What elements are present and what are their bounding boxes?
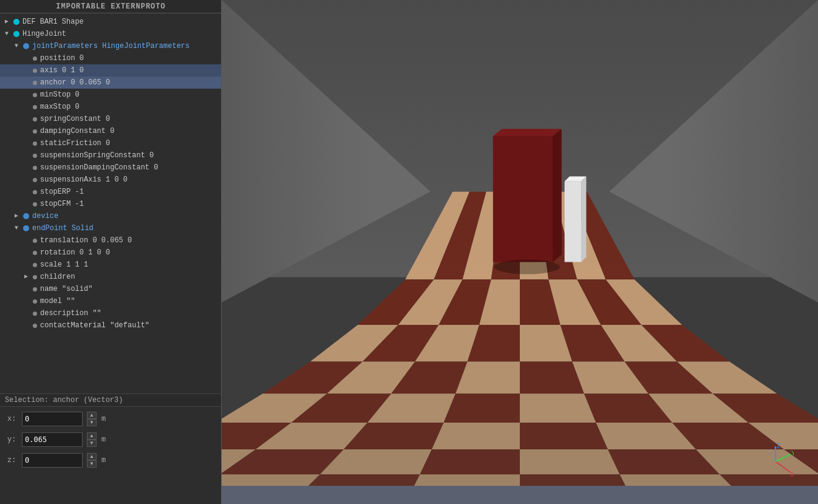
prop-dot (33, 129, 37, 134)
item-label: children (40, 273, 75, 281)
main-layout: IMPORTABLE EXTERNPROTO ▶ DEF BAR1 Shape … (0, 0, 818, 504)
svg-text:Z: Z (777, 443, 780, 449)
y-unit: m (101, 435, 106, 444)
z-spinner-down[interactable]: ▼ (87, 460, 97, 468)
x-unit: m (101, 415, 106, 423)
prop-dot (33, 202, 37, 206)
tree-item-hinge-joint[interactable]: ▼ HingeJoint (0, 28, 221, 40)
item-label: maxStop 0 (40, 103, 80, 111)
x-input[interactable] (22, 412, 83, 426)
prop-dot (33, 117, 37, 121)
item-label: staticFriction 0 (40, 139, 110, 148)
y-spinner-down[interactable]: ▼ (87, 440, 97, 447)
x-spinner: ▲ ▼ (87, 412, 97, 426)
tree-item-translation[interactable]: translation 0 0.065 0 (0, 234, 221, 247)
prop-dot (33, 141, 37, 146)
node-icon (23, 225, 29, 231)
tree-item-children[interactable]: ▶ children (0, 271, 221, 283)
z-label: z: (7, 456, 17, 465)
tree-item-minstop[interactable]: minStop 0 (0, 89, 221, 101)
tree-item-axis[interactable]: axis 0 1 0 (0, 64, 221, 77)
node-icon (13, 31, 19, 37)
y-label: y: (7, 435, 17, 444)
item-label: name "solid" (40, 285, 92, 293)
item-label: model "" (40, 297, 75, 305)
tree-item-springconstant[interactable]: springConstant 0 (0, 113, 221, 125)
prop-dot (33, 287, 37, 291)
expand-arrow: ▼ (15, 225, 22, 232)
expand-arrow: ▶ (15, 213, 22, 220)
tree-item-description[interactable]: description "" (0, 307, 221, 319)
tree-item-stopcfm[interactable]: stopCFM -1 (0, 198, 221, 210)
tree-item-name[interactable]: name "solid" (0, 283, 221, 295)
y-spinner-up[interactable]: ▲ (87, 432, 97, 440)
expand-arrow: ▶ (5, 18, 12, 26)
item-label: position 0 (40, 54, 84, 63)
svg-text:X: X (790, 471, 794, 478)
tree-item-suspdamping[interactable]: suspensionDampingConstant 0 (0, 162, 221, 174)
tree-item-rotation[interactable]: rotation 0 1 0 0 (0, 247, 221, 259)
prop-dot (33, 81, 37, 85)
expand-arrow: ▼ (5, 30, 12, 38)
item-label: jointParameters HingeJointParameters (32, 42, 189, 50)
tree-item-stoперп[interactable]: stopERP -1 (0, 186, 221, 198)
x-spinner-up[interactable]: ▲ (87, 412, 97, 419)
top-bar: IMPORTABLE EXTERNPROTO (0, 0, 222, 13)
item-label: HingeJoint (22, 30, 66, 38)
axis-indicator: Z X Y (757, 443, 794, 480)
item-label: stopERP -1 (40, 188, 84, 196)
prop-dot (33, 93, 37, 97)
y-spinner: ▲ ▼ (87, 432, 97, 447)
prop-dot (33, 275, 37, 279)
tree-item-staticfriction[interactable]: staticFriction 0 (0, 137, 221, 149)
tree-item-suspspring[interactable]: suspensionSpringConstant 0 (0, 149, 221, 162)
svg-line-4 (775, 454, 791, 461)
tree-item-device[interactable]: ▶ device (0, 210, 221, 222)
prop-dot (33, 312, 37, 316)
properties-area: x: ▲ ▼ m y: ▲ ▼ m z: (0, 407, 221, 504)
prop-row-x: x: ▲ ▼ m (7, 412, 214, 426)
prop-dot (33, 324, 37, 328)
prop-dot (33, 299, 37, 304)
tree-item-suspaxis[interactable]: suspensionAxis 1 0 0 (0, 174, 221, 186)
tree-item-anchor[interactable]: anchor 0 0.065 0 (0, 77, 221, 89)
item-label: anchor 0 0.065 0 (40, 78, 110, 87)
prop-dot (33, 154, 37, 158)
y-input[interactable] (22, 432, 83, 447)
item-label: translation 0 0.065 0 (40, 236, 132, 245)
viewport-canvas[interactable] (222, 0, 818, 504)
prop-dot (33, 190, 37, 194)
item-label: description "" (40, 309, 101, 318)
item-label: axis 0 1 0 (40, 66, 84, 75)
item-label: endPoint Solid (32, 224, 94, 233)
z-input[interactable] (22, 453, 83, 468)
svg-line-2 (775, 461, 791, 472)
top-bar-title: IMPORTABLE EXTERNPROTO (56, 2, 165, 11)
prop-row-z: z: ▲ ▼ m (7, 453, 214, 468)
item-label: scale 1 1 1 (40, 261, 88, 269)
z-spinner-up[interactable]: ▲ (87, 453, 97, 460)
expand-arrow: ▼ (15, 43, 22, 50)
tree-area[interactable]: ▶ DEF BAR1 Shape ▼ HingeJoint ▼ jointPar… (0, 13, 221, 393)
tree-item-def-bar1[interactable]: ▶ DEF BAR1 Shape (0, 16, 221, 28)
tree-item-scale[interactable]: scale 1 1 1 (0, 259, 221, 271)
tree-item-maxstop[interactable]: maxStop 0 (0, 101, 221, 113)
node-icon (13, 19, 19, 25)
prop-dot (33, 263, 37, 267)
tree-item-joint-params[interactable]: ▼ jointParameters HingeJointParameters (0, 40, 221, 52)
tree-item-endpoint[interactable]: ▼ endPoint Solid (0, 222, 221, 234)
expand-arrow: ▶ (24, 273, 32, 281)
item-label: rotation 0 1 0 0 (40, 248, 110, 257)
tree-item-model[interactable]: model "" (0, 295, 221, 307)
item-label: suspensionDampingConstant 0 (40, 163, 158, 172)
viewport[interactable]: Z X Y (222, 0, 818, 504)
status-bar: Selection: anchor (Vector3) (0, 393, 221, 407)
tree-item-dampingconstant[interactable]: dampingConstant 0 (0, 125, 221, 137)
item-label: device (32, 212, 58, 220)
tree-item-contactmaterial[interactable]: contactMaterial "default" (0, 319, 221, 332)
item-label: contactMaterial "default" (40, 321, 149, 330)
x-spinner-down[interactable]: ▼ (87, 419, 97, 426)
tree-item-position[interactable]: position 0 (0, 52, 221, 64)
prop-dot (33, 178, 37, 182)
item-label: springConstant 0 (40, 115, 110, 123)
